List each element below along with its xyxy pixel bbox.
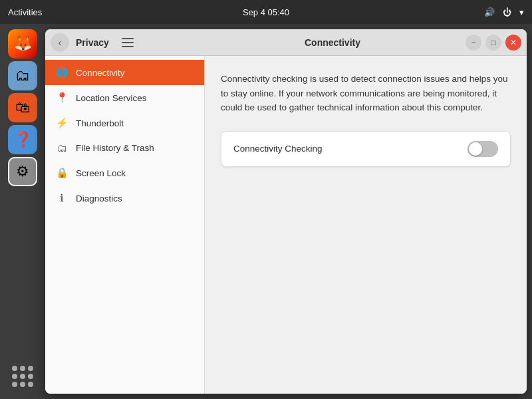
diagnostics-icon: ℹ: [56, 192, 68, 204]
dot: [28, 374, 33, 379]
datetime-display: Sep 4 05:40: [243, 7, 289, 17]
arrow-down-icon[interactable]: ▾: [519, 7, 524, 17]
sidebar-item-screen-lock[interactable]: 🔒 Screen Lock: [45, 160, 204, 186]
location-icon: 📍: [56, 92, 68, 104]
volume-icon[interactable]: 🔊: [484, 7, 495, 17]
dot: [20, 382, 25, 387]
toggle-thumb: [469, 142, 482, 156]
dot: [12, 374, 17, 379]
connectivity-checking-toggle[interactable]: [467, 141, 498, 157]
taskbar-firefox[interactable]: 🦊: [8, 29, 37, 59]
dot: [20, 374, 25, 379]
sidebar-item-thunderbolt[interactable]: ⚡ Thunderbolt: [45, 110, 204, 136]
dot: [12, 382, 17, 387]
thunderbolt-icon: ⚡: [56, 117, 68, 129]
taskbar: 🦊 🗂 🛍 ❓ ⚙: [0, 24, 45, 399]
panel-title: Connectivity: [205, 37, 460, 48]
dot: [20, 366, 25, 371]
hamburger-line: [122, 38, 134, 39]
hamburger-menu-button[interactable]: [118, 33, 137, 52]
connectivity-checking-row: Connectivity Checking: [221, 131, 511, 167]
hamburger-line: [122, 46, 134, 47]
close-button[interactable]: ✕: [505, 35, 521, 51]
sidebar-file-history-label: File History & Trash: [76, 143, 154, 153]
taskbar-appstore[interactable]: 🛍: [8, 93, 37, 122]
sidebar-item-diagnostics[interactable]: ℹ Diagnostics: [45, 186, 204, 211]
sidebar-item-connectivity[interactable]: 🌐 Connectivity: [45, 60, 204, 85]
dot: [28, 382, 33, 387]
activities-button[interactable]: Activities: [8, 7, 42, 17]
minimize-button[interactable]: −: [466, 35, 481, 51]
toggle-label: Connectivity Checking: [233, 144, 323, 154]
settings-sidebar: 🌐 Connectivity 📍 Location Services ⚡ Thu…: [45, 56, 205, 394]
title-bar: ‹ Privacy Connectivity − □ ✕: [45, 29, 527, 56]
settings-window: ‹ Privacy Connectivity − □ ✕: [45, 29, 527, 394]
power-icon[interactable]: ⏻: [503, 7, 511, 17]
top-bar: Activities Sep 4 05:40 🔊 ⏻ ▾: [0, 0, 532, 24]
show-apps-button[interactable]: [8, 362, 37, 391]
hamburger-line: [122, 42, 134, 43]
dot: [28, 366, 33, 371]
sidebar-connectivity-label: Connectivity: [76, 68, 125, 78]
sidebar-screen-lock-label: Screen Lock: [76, 168, 126, 178]
sidebar-thunderbolt-label: Thunderbolt: [76, 118, 124, 128]
sidebar-diagnostics-label: Diagnostics: [76, 194, 122, 203]
dot: [12, 366, 17, 371]
taskbar-files[interactable]: 🗂: [8, 61, 37, 90]
screen-lock-icon: 🔒: [56, 167, 68, 179]
title-bar-left: ‹ Privacy: [45, 33, 205, 52]
content-area: 🌐 Connectivity 📍 Location Services ⚡ Thu…: [45, 56, 527, 394]
top-bar-right: 🔊 ⏻ ▾: [484, 7, 524, 17]
sidebar-item-file-history[interactable]: 🗂 File History & Trash: [45, 136, 204, 160]
connectivity-icon: 🌐: [56, 66, 68, 78]
sidebar-title: Privacy: [76, 37, 109, 48]
maximize-button[interactable]: □: [485, 35, 501, 51]
main-layout: 🦊 🗂 🛍 ❓ ⚙ ‹ Privacy: [0, 24, 532, 399]
window-controls: − □ ✕: [460, 35, 527, 51]
taskbar-help[interactable]: ❓: [8, 125, 37, 154]
file-history-icon: 🗂: [56, 142, 68, 154]
main-panel: Connectivity checking is used to detect …: [205, 56, 527, 394]
panel-description: Connectivity checking is used to detect …: [221, 72, 511, 115]
sidebar-item-location[interactable]: 📍 Location Services: [45, 85, 204, 110]
sidebar-location-label: Location Services: [76, 93, 147, 103]
back-button[interactable]: ‹: [51, 33, 69, 52]
taskbar-settings[interactable]: ⚙: [8, 157, 37, 186]
